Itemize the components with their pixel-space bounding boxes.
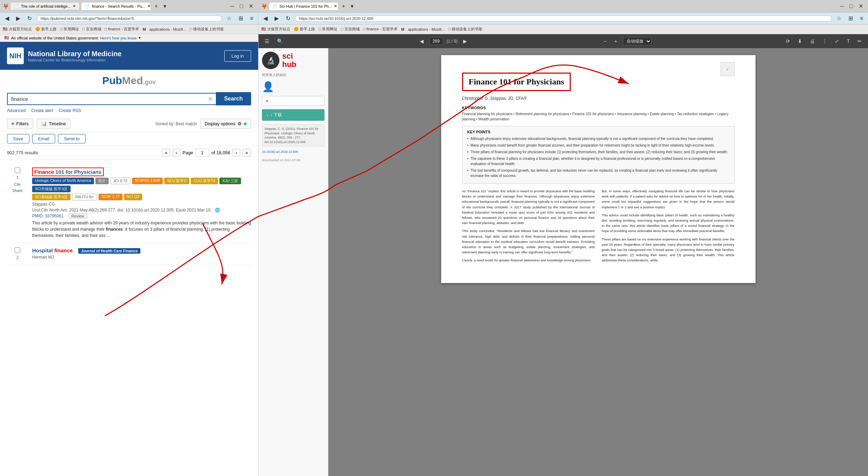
- forward-btn-right[interactable]: ▶: [272, 14, 281, 22]
- bookmark-7[interactable]: □ 移动设备上的书签: [190, 27, 224, 32]
- bookmark-3[interactable]: □ 常用网址: [60, 27, 79, 32]
- tab-pubmed[interactable]: 📄 finance - Search Results - Pu... ✕: [81, 2, 151, 10]
- new-tab-btn[interactable]: +: [152, 2, 160, 10]
- sort-text: Sorted by: Best match: [155, 121, 197, 126]
- pdf-zoom-in[interactable]: +: [612, 37, 619, 45]
- tab-ai[interactable]: 📄 The role of artificial intellige... ✕: [10, 2, 80, 10]
- tab-pubmed-close[interactable]: ✕: [147, 4, 151, 8]
- journal-badge-2[interactable]: Journal of Health Care Finance: [78, 248, 140, 254]
- pdf-page-input[interactable]: [429, 37, 443, 45]
- pdf-expand-btn[interactable]: ⤢: [833, 37, 841, 45]
- minimize-btn-right[interactable]: ─: [838, 2, 846, 10]
- back-btn-right[interactable]: ◀: [261, 14, 270, 22]
- menu-btn[interactable]: ≡: [248, 15, 255, 22]
- tab-scihub[interactable]: 📄 Sci-Hub | Finance 101 for Ph... ✕: [269, 2, 338, 10]
- bookmark-r2[interactable]: 🟠 新手上路: [294, 27, 315, 32]
- forward-btn[interactable]: ▶: [14, 14, 22, 22]
- close-btn-right[interactable]: ✕: [856, 2, 865, 10]
- bookmark-6[interactable]: applications - Mozill...: [149, 27, 186, 31]
- bookmark-4[interactable]: □ 京东商城: [82, 27, 101, 32]
- tab-scroll-btn[interactable]: ▾: [161, 2, 168, 10]
- pdf-rotate-btn[interactable]: ⟳: [784, 37, 792, 45]
- new-tab-btn-right[interactable]: +: [340, 2, 347, 10]
- sh-logo-text-area: sci hub: [282, 52, 296, 69]
- right-address-input[interactable]: https://sci-hub.se/10.1016/j.ucl.2020.12…: [295, 15, 832, 22]
- extensions-btn[interactable]: ⊞: [236, 14, 245, 22]
- tab-ai-label: The role of artificial intellige...: [21, 4, 71, 8]
- bookmark-r5[interactable]: □ finance - 百度学术: [363, 27, 398, 32]
- bookmark-5[interactable]: □ finance - 百度学术: [105, 27, 139, 32]
- result-checkbox-1[interactable]: [15, 168, 20, 173]
- tab-scihub-close[interactable]: ✕: [334, 4, 337, 8]
- result-title-1[interactable]: Finance 101 for Physicians: [32, 168, 251, 176]
- bookmark-r7[interactable]: □ 移动设备上的书签: [448, 27, 482, 32]
- pdf-zoom-out[interactable]: −: [602, 37, 609, 45]
- search-button[interactable]: Search: [216, 92, 251, 105]
- sh-download-btn[interactable]: ↓ ↓ 下载: [262, 109, 324, 121]
- bookmark-1[interactable]: 🇺🇸 火狐官方站点: [3, 27, 32, 32]
- bookmark-2[interactable]: 🟠 新手上路: [35, 27, 57, 32]
- pubmed-logo: PubMed.gov: [102, 75, 156, 86]
- bookmark-r4[interactable]: □ 京东商城: [341, 27, 360, 32]
- gov-link[interactable]: Here's how you know: [100, 36, 137, 40]
- save-button[interactable]: Save: [7, 134, 29, 143]
- email-button[interactable]: Email: [32, 134, 56, 143]
- search-clear-button[interactable]: ✕: [208, 96, 212, 102]
- prev-page-btn[interactable]: ‹: [173, 149, 180, 157]
- bookmark-star-right[interactable]: ☆: [834, 14, 844, 22]
- pdf-search-btn[interactable]: 🔍: [275, 37, 285, 45]
- sh-doi-link[interactable]: 10.1016/j.ucl.2020.12.005: [262, 150, 324, 154]
- tab-scroll-btn-right[interactable]: ▾: [349, 2, 356, 10]
- close-btn[interactable]: ✕: [247, 2, 255, 10]
- pdf-draw-btn[interactable]: ✏: [855, 37, 864, 45]
- sh-citation-box: Stappas, C. G. (2021). Finance 101 for P…: [262, 124, 324, 147]
- bookmark-r6[interactable]: applications - Mozill...: [408, 27, 445, 31]
- bookmark-r1[interactable]: 🇺🇸 火狐官方站点: [261, 27, 290, 32]
- reload-btn-right[interactable]: ↻: [284, 14, 292, 22]
- left-bookmarks-bar: 🇺🇸 火狐官方站点 🟠 新手上路 □ 常用网址 □ 京东商城 □ finance…: [0, 24, 258, 34]
- bookmark-icon-m: M: [143, 27, 146, 31]
- pdf-zoom-select[interactable]: 自动缩放: [623, 37, 651, 45]
- pmid-link-1[interactable]: PMID: 33795061: [32, 214, 64, 218]
- display-options-button[interactable]: Display options ⚙: [200, 119, 251, 129]
- extensions-btn-right[interactable]: ⊞: [846, 14, 855, 22]
- timeline-button[interactable]: 📊 Timeline: [37, 119, 71, 129]
- pdf-sidebar-toggle[interactable]: ☰: [263, 37, 271, 45]
- pdf-more-btn[interactable]: ⋮: [820, 37, 829, 45]
- result-checkbox-2[interactable]: [15, 247, 20, 253]
- reload-btn[interactable]: ↻: [25, 14, 34, 22]
- result-citation-text-1: Urol Clin North Am. 2021 May;48(2):269-2…: [32, 208, 212, 213]
- pdf-keywords-section: KEYWORDS Financial planning for physicia…: [462, 106, 735, 122]
- pdf-type-btn[interactable]: T: [845, 37, 852, 45]
- sh-back-arrow-btn[interactable]: ◄: [262, 96, 324, 106]
- address-input[interactable]: https://pubmed.ncbi.nlm.nih.gov/?term=fi…: [37, 15, 222, 22]
- result-title-2[interactable]: Hospital finance. Journal of Health Care…: [32, 247, 251, 253]
- login-button[interactable]: Log in: [224, 50, 251, 62]
- send-to-button[interactable]: Send to: [58, 134, 86, 143]
- first-page-btn[interactable]: «: [162, 149, 170, 157]
- back-btn[interactable]: ◀: [3, 14, 11, 22]
- page-input[interactable]: [195, 149, 209, 157]
- bookmark-r3[interactable]: □ 常用网址: [319, 27, 337, 32]
- minimize-btn[interactable]: ─: [228, 2, 236, 10]
- create-rss-link[interactable]: Create RSS: [59, 108, 81, 113]
- cite-link-1[interactable]: Cite: [14, 182, 21, 186]
- next-page-btn[interactable]: ›: [232, 149, 240, 157]
- pdf-print-btn[interactable]: 🖨: [808, 37, 817, 45]
- filters-button[interactable]: ≡ Filters: [7, 119, 33, 129]
- last-page-btn[interactable]: »: [242, 149, 251, 157]
- advanced-link[interactable]: Advanced: [7, 108, 25, 113]
- maximize-btn[interactable]: □: [238, 2, 245, 10]
- search-input[interactable]: finance: [11, 96, 208, 102]
- pdf-prev-btn[interactable]: ◀: [418, 37, 426, 45]
- result-citation-1: Urol Clin North Am. 2021 May;48(2):269-2…: [32, 208, 251, 213]
- maximize-btn-right[interactable]: □: [847, 2, 855, 10]
- pdf-download-btn[interactable]: ⬇: [796, 37, 804, 45]
- bookmark-star[interactable]: ☆: [225, 14, 234, 22]
- menu-btn-right[interactable]: ≡: [858, 15, 865, 22]
- journal-badge-1[interactable]: Urologic Clinics of North America: [32, 178, 94, 184]
- tab-ai-close[interactable]: ✕: [73, 4, 76, 8]
- share-link-1[interactable]: Share: [12, 188, 22, 193]
- pdf-next-btn[interactable]: ▶: [461, 37, 469, 45]
- create-alert-link[interactable]: Create alert: [31, 108, 53, 113]
